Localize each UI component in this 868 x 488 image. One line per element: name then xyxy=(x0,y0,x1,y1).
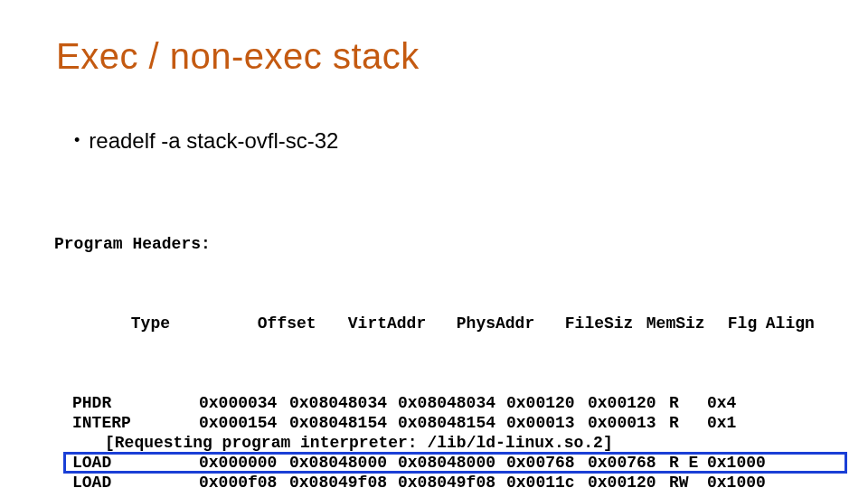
cell-flg: R E xyxy=(669,453,707,473)
row-content: LOAD0x000f080x08049f080x08049f080x0011c0… xyxy=(54,473,829,488)
table-row: PHDR0x0000340x080480340x080480340x001200… xyxy=(54,393,829,413)
cell-type: LOAD xyxy=(72,453,199,473)
row-content: LOAD0x0000000x080480000x080480000x007680… xyxy=(54,453,829,473)
cell-offset: 0x000034 xyxy=(199,393,289,413)
cell-phys: 0x08048000 xyxy=(398,453,506,473)
column-header-row: TypeOffsetVirtAddrPhysAddrFileSizMemSizF… xyxy=(54,294,829,353)
col-align: Align xyxy=(766,314,829,333)
cell-virt: 0x08048034 xyxy=(289,393,398,413)
program-headers-label: Program Headers: xyxy=(54,234,829,254)
interp-note: [Requesting program interpreter: /lib/ld… xyxy=(54,433,829,453)
cell-align: 0x1 xyxy=(707,413,770,433)
cell-type: INTERP xyxy=(72,413,199,433)
cell-align: 0x1000 xyxy=(707,453,770,473)
bullet-line: •readelf -a stack-ovfl-sc-32 xyxy=(74,128,338,154)
cell-flg: R xyxy=(669,393,707,413)
cell-filesiz: 0x00768 xyxy=(506,453,588,473)
rows-container: PHDR0x0000340x080480340x080480340x001200… xyxy=(54,393,829,488)
slide: Exec / non-exec stack •readelf -a stack-… xyxy=(0,0,868,488)
cell-memsiz: 0x00120 xyxy=(588,473,669,488)
table-row: LOAD0x000f080x08049f080x08049f080x0011c0… xyxy=(54,473,829,488)
col-type: Type xyxy=(131,314,258,333)
col-filesiz: FileSiz xyxy=(565,314,646,333)
cell-memsiz: 0x00120 xyxy=(588,393,669,413)
col-flg: Flg xyxy=(728,314,766,333)
table-row: INTERP0x0001540x080481540x080481540x0001… xyxy=(54,413,829,433)
cell-memsiz: 0x00013 xyxy=(588,413,669,433)
terminal-output: Program Headers: TypeOffsetVirtAddrPhysA… xyxy=(54,194,829,488)
col-phys: PhysAddr xyxy=(457,314,565,333)
col-offset: Offset xyxy=(258,314,348,333)
cell-offset: 0x000f08 xyxy=(199,473,289,488)
cell-filesiz: 0x0011c xyxy=(506,473,588,488)
cell-phys: 0x08048154 xyxy=(398,413,506,433)
slide-title: Exec / non-exec stack xyxy=(56,36,420,77)
col-virt: VirtAddr xyxy=(348,314,457,333)
cell-type: LOAD xyxy=(72,473,199,488)
bullet-text: readelf -a stack-ovfl-sc-32 xyxy=(89,128,338,153)
cell-align: 0x4 xyxy=(707,393,770,413)
row-content: PHDR0x0000340x080480340x080480340x001200… xyxy=(54,393,829,413)
col-memsiz: MemSiz xyxy=(646,314,728,333)
cell-flg: R xyxy=(669,413,707,433)
cell-filesiz: 0x00013 xyxy=(506,413,588,433)
cell-phys: 0x08049f08 xyxy=(398,473,506,488)
row-content: INTERP0x0001540x080481540x080481540x0001… xyxy=(54,413,829,433)
cell-memsiz: 0x00768 xyxy=(588,453,669,473)
bullet-dot-icon: • xyxy=(74,131,80,150)
cell-virt: 0x08048154 xyxy=(289,413,398,433)
cell-flg: RW xyxy=(669,473,707,488)
table-row: LOAD0x0000000x080480000x080480000x007680… xyxy=(54,453,829,473)
cell-virt: 0x08048000 xyxy=(289,453,398,473)
cell-type: PHDR xyxy=(72,393,199,413)
cell-offset: 0x000000 xyxy=(199,453,289,473)
cell-align: 0x1000 xyxy=(707,473,770,488)
cell-offset: 0x000154 xyxy=(199,413,289,433)
cell-phys: 0x08048034 xyxy=(398,393,506,413)
cell-virt: 0x08049f08 xyxy=(289,473,398,488)
cell-filesiz: 0x00120 xyxy=(506,393,588,413)
